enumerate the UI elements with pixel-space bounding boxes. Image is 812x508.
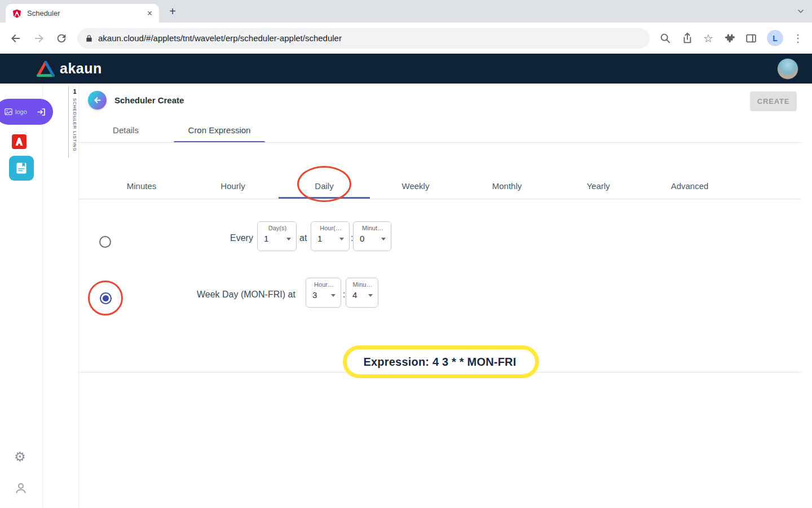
subtab-weekly[interactable]: Weekly xyxy=(370,157,461,199)
minute-select-value: 0 xyxy=(360,234,364,243)
hour-select-weekday[interactable]: Hour… 3 xyxy=(306,278,341,308)
radio-every-day[interactable] xyxy=(99,236,111,248)
minute-select-every[interactable]: Minut… 0 xyxy=(353,221,391,251)
tab-search-chevron-icon[interactable] xyxy=(796,7,805,18)
lock-icon xyxy=(85,34,93,42)
broken-image-icon xyxy=(5,108,12,115)
share-icon[interactable] xyxy=(681,32,694,45)
chevron-down-icon xyxy=(331,294,336,297)
sidebar-logo-pill[interactable]: logo xyxy=(0,99,53,125)
brand-text: akaun xyxy=(60,60,102,77)
create-button[interactable]: CREATE xyxy=(750,91,797,111)
back-icon[interactable] xyxy=(9,32,23,45)
minute-select-value: 4 xyxy=(352,290,357,300)
search-icon[interactable] xyxy=(659,32,672,45)
day-select[interactable]: Day(s) 1 xyxy=(257,221,297,251)
person-icon[interactable] xyxy=(14,481,28,497)
url-text: akaun.cloud/#/applets/tnt/wavelet/erp/sc… xyxy=(98,33,342,43)
screen: Scheduler × + akaun.cloud/#/applets/tnt/… xyxy=(0,0,812,508)
gear-icon[interactable]: ⚙ xyxy=(14,450,26,463)
user-avatar[interactable] xyxy=(777,58,798,80)
new-tab-button[interactable]: + xyxy=(166,5,179,19)
main-content: Scheduler Create CREATE Details Cron Exp… xyxy=(79,84,812,508)
listing-vertical-label: SCHEDULER LISTING xyxy=(72,98,77,152)
browser-tabstrip: Scheduler × + xyxy=(0,0,812,23)
at-label: at xyxy=(299,229,307,247)
hour-select-value: 3 xyxy=(312,290,317,300)
akaun-logo[interactable]: akaun xyxy=(36,60,102,77)
app-header: akaun xyxy=(0,54,812,84)
logo-alt-text: logo xyxy=(15,108,27,115)
page-title: Scheduler Create xyxy=(114,95,184,105)
hour-select-value: 1 xyxy=(317,234,322,243)
subtab-monthly[interactable]: Monthly xyxy=(461,157,553,199)
login-icon xyxy=(37,107,46,117)
subtab-minutes[interactable]: Minutes xyxy=(96,157,187,199)
divider xyxy=(79,199,801,199)
scheduler-listing-collapsed-panel[interactable]: 1 SCHEDULER LISTING xyxy=(68,87,78,157)
minute-select-label: Minu… xyxy=(349,281,376,288)
minute-select-weekday[interactable]: Minu… 4 xyxy=(346,278,378,308)
browser-tab[interactable]: Scheduler × xyxy=(6,4,159,23)
browser-profile-badge[interactable]: L xyxy=(767,30,783,46)
subtab-yearly[interactable]: Yearly xyxy=(553,157,644,199)
reload-icon[interactable] xyxy=(55,32,68,45)
side-panel-icon[interactable] xyxy=(745,32,757,45)
minute-select-label: Minut… xyxy=(356,225,389,231)
forward-icon[interactable] xyxy=(32,32,46,45)
browser-menu-kebab-icon[interactable]: ⋮ xyxy=(793,32,803,45)
bookmark-star-icon[interactable]: ☆ xyxy=(703,33,713,44)
hour-select-label: Hour(… xyxy=(314,225,347,231)
chevron-down-icon xyxy=(286,238,291,240)
listing-count-badge: 1 xyxy=(73,88,76,95)
akaun-triangle-icon xyxy=(36,60,55,77)
main-tabs: Details Cron Expression xyxy=(79,118,266,143)
back-button[interactable] xyxy=(88,91,107,110)
radio-weekday[interactable] xyxy=(100,292,112,304)
chevron-down-icon xyxy=(339,238,344,240)
every-label: Every xyxy=(230,229,253,247)
bookmark-app-icon[interactable] xyxy=(9,156,34,181)
weekday-label: Week Day (MON-FRI) at xyxy=(197,286,295,304)
tab-close-icon[interactable]: × xyxy=(147,9,152,18)
subtab-daily[interactable]: Daily xyxy=(279,157,370,199)
tab-title: Scheduler xyxy=(27,9,147,17)
pdf-app-icon[interactable] xyxy=(11,134,27,152)
tab-details[interactable]: Details xyxy=(79,118,173,143)
hour-select-every[interactable]: Hour(… 1 xyxy=(311,221,350,251)
divider xyxy=(79,142,801,143)
chevron-down-icon xyxy=(368,294,373,297)
chevron-down-icon xyxy=(381,238,386,240)
subtab-hourly[interactable]: Hourly xyxy=(187,157,279,199)
day-select-value: 1 xyxy=(264,234,268,243)
tab-cron-expression[interactable]: Cron Expression xyxy=(173,118,266,143)
hour-select-label: Hour… xyxy=(309,281,339,288)
cron-expression-text: Expression: 4 3 * * MON-FRI xyxy=(79,353,801,370)
colon-separator: : xyxy=(343,286,345,304)
browser-navbar: akaun.cloud/#/applets/tnt/wavelet/erp/sc… xyxy=(0,23,812,54)
angular-favicon-icon xyxy=(12,9,21,18)
cron-subtabs: Minutes Hourly Daily Weekly Monthly Year… xyxy=(96,157,735,199)
extensions-puzzle-icon[interactable] xyxy=(723,32,735,45)
subtab-advanced[interactable]: Advanced xyxy=(644,157,735,199)
url-bar[interactable]: akaun.cloud/#/applets/tnt/wavelet/erp/sc… xyxy=(77,28,650,49)
day-select-label: Day(s) xyxy=(261,225,294,231)
